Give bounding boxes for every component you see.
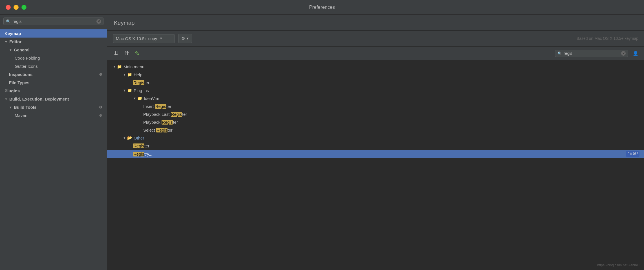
tree-label-playback-register: Playback Register <box>143 120 178 125</box>
sidebar-label-code-folding: Code Folding <box>15 56 40 60</box>
main-container: 🔍 ✕ Keymap ▼ Editor ▼ General Code Foldi… <box>0 15 644 270</box>
arrow-build-tools: ▼ <box>9 106 12 109</box>
tree-row-register[interactable]: Register... <box>107 79 644 86</box>
arrow-general: ▼ <box>9 48 12 52</box>
arrow-help: ▼ <box>123 73 126 76</box>
settings-icon-maven: ⚙ <box>99 113 102 117</box>
collapse-all-icon: ⇈ <box>124 50 129 56</box>
folder-icon-help: 📁 <box>127 72 132 77</box>
tree-label-help: Help <box>134 72 142 77</box>
expand-all-icon: ⇊ <box>114 50 119 56</box>
keymap-search-clear[interactable]: ✕ <box>621 51 626 56</box>
sidebar-search-clear[interactable]: ✕ <box>96 19 101 24</box>
sidebar-label-inspections: Inspections <box>9 72 32 77</box>
minimize-button[interactable] <box>14 5 19 10</box>
tree-row-select-register[interactable]: Select Register <box>107 126 644 134</box>
sidebar-label-build-exec: Build, Execution, Deployment <box>9 97 69 101</box>
sidebar-item-editor[interactable]: ▼ Editor <box>0 38 107 46</box>
tree-row-regis-ter[interactable]: Register <box>107 142 644 150</box>
settings-icon-inspections: ⚙ <box>99 72 102 77</box>
tree-row-main-menu[interactable]: ▼ 📁 Main menu <box>107 63 644 71</box>
keymap-search-input[interactable] <box>564 51 619 56</box>
edit-shortcuts-button[interactable]: ✎ <box>134 49 141 57</box>
sidebar-item-maven[interactable]: Maven ⚙ <box>0 111 107 119</box>
keymap-search-wrapper[interactable]: 🔍 ✕ <box>555 50 628 57</box>
sidebar-label-maven: Maven <box>15 113 27 118</box>
collapse-all-button[interactable]: ⇈ <box>123 49 130 57</box>
keymap-search-icon: 🔍 <box>557 51 562 56</box>
folder-icon-ideavim: 📁 <box>137 96 142 101</box>
expand-all-button[interactable]: ⇊ <box>113 49 120 57</box>
sidebar-item-build-tools[interactable]: ▼ Build Tools ⚙ <box>0 103 107 111</box>
tree-label-other: Other <box>134 136 144 140</box>
tree-row-playback-last-register[interactable]: Playback Last Register <box>107 110 644 118</box>
tree-row-ideavim[interactable]: ▼ 📁 IdeaVim <box>107 94 644 102</box>
folder-icon-plug-ins: 📁 <box>127 88 132 93</box>
tree-row-plug-ins[interactable]: ▼ 📁 Plug-ins <box>107 86 644 94</box>
sidebar-item-code-folding[interactable]: Code Folding <box>0 54 107 62</box>
registry-shortcut: ^⇧⌘/ <box>626 151 639 157</box>
tree-label-registry: Registry... <box>133 152 152 156</box>
sidebar-item-gutter-icons[interactable]: Gutter Icons <box>0 62 107 70</box>
maximize-button[interactable] <box>21 5 27 10</box>
sidebar-label-gutter-icons: Gutter Icons <box>15 64 38 69</box>
sidebar-item-plugins[interactable]: Plugins <box>0 87 107 95</box>
sidebar-tree: Keymap ▼ Editor ▼ General Code Folding G… <box>0 28 107 270</box>
gear-icon: ⚙ <box>181 36 185 41</box>
tree-toolbar: ⇊ ⇈ ✎ 🔍 ✕ 👤 <box>107 47 644 60</box>
based-on-label: Based on Mac OS X 10.5+ keymap <box>577 36 638 41</box>
traffic-lights <box>6 5 27 10</box>
arrow-ideavim: ▼ <box>133 97 136 100</box>
gear-dropdown-arrow: ▼ <box>186 37 189 40</box>
dropdown-arrow-icon: ▼ <box>159 36 163 40</box>
close-button[interactable] <box>6 5 11 10</box>
tree-label-main-menu: Main menu <box>123 64 144 69</box>
tree-row-registry[interactable]: Registry... ^⇧⌘/ <box>107 150 644 158</box>
sidebar-search-input[interactable] <box>12 19 95 24</box>
keymap-toolbar: Mac OS X 10.5+ copy ▼ ⚙ ▼ Based on Mac O… <box>107 31 644 47</box>
tree-label-playback-last-register: Playback Last Register <box>143 112 187 117</box>
sidebar-label-plugins: Plugins <box>5 88 20 93</box>
sidebar-item-build-exec[interactable]: ▼ Build, Execution, Deployment <box>0 95 107 103</box>
tree-row-help[interactable]: ▼ 📁 Help <box>107 71 644 79</box>
user-icon[interactable]: 👤 <box>633 51 638 56</box>
highlight-register: Regis <box>133 80 144 85</box>
footer-url: https://blog.csdn.net/AshinLi <box>597 263 639 267</box>
tree-label-insert-register: Insert Register <box>143 104 171 109</box>
tree-row-playback-register[interactable]: Playback Register <box>107 118 644 126</box>
tree-label-select-register: Select Register <box>143 128 173 132</box>
keymap-tree: ▼ 📁 Main menu ▼ 📁 Help Register... ▼ <box>107 60 644 270</box>
sidebar-item-general[interactable]: ▼ General <box>0 46 107 54</box>
content-title: Keymap <box>114 20 134 26</box>
sidebar-label-editor: Editor <box>9 39 21 44</box>
sidebar-label-keymap: Keymap <box>5 31 21 36</box>
sidebar-item-keymap[interactable]: Keymap <box>0 29 107 38</box>
arrow-other: ▼ <box>123 136 126 140</box>
folder-icon-main-menu: 📁 <box>117 64 122 69</box>
gear-button[interactable]: ⚙ ▼ <box>178 34 192 43</box>
tree-label-plug-ins: Plug-ins <box>134 88 149 93</box>
highlight-regis-ter: Regis <box>133 143 144 148</box>
tree-label-register: Register... <box>133 80 153 85</box>
content-area: Keymap Mac OS X 10.5+ copy ▼ ⚙ ▼ Based o… <box>107 15 644 270</box>
tree-row-insert-register[interactable]: Insert Register <box>107 102 644 110</box>
arrow-editor: ▼ <box>5 40 8 43</box>
sidebar-item-inspections[interactable]: Inspections ⚙ <box>0 70 107 79</box>
folder-icon-other: 📂 <box>127 136 132 140</box>
sidebar-search-wrapper[interactable]: 🔍 ✕ <box>3 18 103 25</box>
sidebar-label-general: General <box>14 47 30 52</box>
window-title: Preferences <box>309 5 335 10</box>
sidebar-label-build-tools: Build Tools <box>14 105 37 110</box>
edit-icon: ✎ <box>135 50 140 56</box>
tree-label-regis-ter: Register <box>133 143 149 148</box>
sidebar-item-file-types[interactable]: File Types <box>0 79 107 87</box>
tree-row-other[interactable]: ▼ 📂 Other <box>107 134 644 142</box>
content-header: Keymap <box>107 15 644 31</box>
arrow-build-exec: ▼ <box>5 97 8 101</box>
arrow-plug-ins: ▼ <box>123 89 126 92</box>
sidebar-label-file-types: File Types <box>9 80 29 85</box>
highlight-registry: Regis <box>133 152 144 156</box>
search-icon: 🔍 <box>6 19 11 24</box>
keymap-dropdown[interactable]: Mac OS X 10.5+ copy ▼ <box>113 34 175 43</box>
settings-icon-build-tools: ⚙ <box>99 105 102 109</box>
